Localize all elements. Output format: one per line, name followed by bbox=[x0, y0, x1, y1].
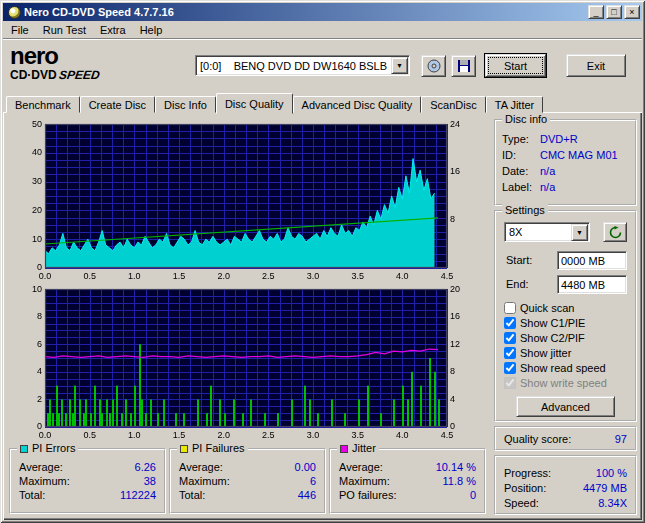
drive-select[interactable]: [0:0] BENQ DVD DD DW1640 BSLB ▼ bbox=[195, 55, 410, 76]
disc-icon bbox=[426, 58, 442, 74]
pi-errors-average-value: 6.26 bbox=[135, 461, 156, 473]
stat-row: Maximum: 6 bbox=[179, 474, 316, 488]
settings-group: Settings 8X ▼ Start: End: Quick scan Sho… bbox=[494, 210, 637, 422]
disc-label-label: Label: bbox=[502, 181, 540, 193]
pi-failures-total-value: 446 bbox=[298, 489, 316, 501]
speed-value: 8.34X bbox=[598, 497, 627, 509]
progress-row: Progress: 100 % bbox=[504, 465, 627, 480]
dropdown-arrow-icon[interactable]: ▼ bbox=[571, 224, 588, 241]
po-failures-value: 0 bbox=[470, 489, 476, 501]
quality-score-value: 97 bbox=[615, 433, 627, 445]
stat-row: Average: 0.00 bbox=[179, 460, 316, 474]
show-c1-pie-label: Show C1/PIE bbox=[520, 317, 585, 329]
exit-button[interactable]: Exit bbox=[566, 54, 626, 77]
show-jitter-label: Show jitter bbox=[520, 347, 571, 359]
menu-extra[interactable]: Extra bbox=[93, 22, 133, 38]
stat-row: Average: 10.14 % bbox=[339, 460, 476, 474]
jitter-maximum-label: Maximum: bbox=[339, 475, 390, 487]
jitter-rows: Average: 10.14 % Maximum: 11.8 % PO fail… bbox=[331, 450, 484, 502]
tab-benchmark[interactable]: Benchmark bbox=[6, 96, 80, 113]
app-icon bbox=[8, 6, 21, 19]
disc-label-row: Label: n/a bbox=[502, 179, 629, 195]
scan-speed-select[interactable]: 8X ▼ bbox=[504, 222, 590, 242]
speed-row: Speed: 8.34X bbox=[504, 495, 627, 510]
save-button[interactable] bbox=[451, 55, 476, 77]
end-position-field[interactable] bbox=[557, 275, 627, 294]
tab-create-disc[interactable]: Create Disc bbox=[80, 96, 155, 113]
app-window: Nero CD-DVD Speed 4.7.7.16 _ □ × File Ru… bbox=[0, 0, 645, 523]
disc-label-value: n/a bbox=[540, 181, 555, 193]
pi-errors-legend-icon bbox=[20, 445, 28, 453]
show-write-speed-checkbox bbox=[504, 377, 516, 389]
logo-cddvd: CD·DVD bbox=[10, 68, 57, 82]
start-button[interactable]: Start bbox=[485, 54, 546, 77]
disc-tool-button[interactable] bbox=[421, 55, 446, 77]
show-jitter-option[interactable]: Show jitter bbox=[504, 345, 633, 360]
show-jitter-checkbox[interactable] bbox=[504, 347, 516, 359]
progress-label: Progress: bbox=[504, 467, 551, 479]
pi-errors-title-text: PI Errors bbox=[32, 442, 75, 454]
logo-speed: SPEED bbox=[58, 69, 100, 81]
show-read-speed-checkbox[interactable] bbox=[504, 362, 516, 374]
pi-failures-legend-icon bbox=[180, 445, 188, 453]
tab-advanced-disc-quality[interactable]: Advanced Disc Quality bbox=[293, 96, 422, 113]
quick-scan-checkbox[interactable] bbox=[504, 302, 516, 314]
show-write-speed-label: Show write speed bbox=[520, 377, 607, 389]
arrow-glyph: ▼ bbox=[576, 229, 583, 236]
floppy-icon bbox=[456, 58, 472, 74]
jitter-maximum-value: 11.8 % bbox=[443, 475, 476, 487]
position-label: Position: bbox=[504, 482, 546, 494]
quick-scan-option[interactable]: Quick scan bbox=[504, 300, 633, 315]
scan-speed-value: 8X bbox=[505, 226, 571, 238]
tab-disc-quality[interactable]: Disc Quality bbox=[216, 93, 293, 114]
pi-errors-average-label: Average: bbox=[19, 461, 63, 473]
show-c2-pif-option[interactable]: Show C2/PIF bbox=[504, 330, 633, 345]
pi-failures-rows: Average: 0.00 Maximum: 6 Total: 446 bbox=[171, 450, 324, 502]
tab-disc-info[interactable]: Disc Info bbox=[155, 96, 216, 113]
pi-errors-maximum-label: Maximum: bbox=[19, 475, 70, 487]
pi-failures-total-label: Total: bbox=[179, 489, 205, 501]
jitter-pif-chart bbox=[10, 284, 472, 441]
tab-ta-jitter[interactable]: TA Jitter bbox=[486, 96, 544, 113]
nero-logo: nero CD·DVDSPEED bbox=[10, 44, 160, 81]
disc-date-value: n/a bbox=[540, 165, 555, 177]
show-c1-pie-option[interactable]: Show C1/PIE bbox=[504, 315, 633, 330]
menu-run-test[interactable]: Run Test bbox=[36, 22, 93, 38]
close-button[interactable]: × bbox=[624, 5, 640, 19]
start-position-field[interactable] bbox=[557, 251, 627, 270]
tab-scandisc[interactable]: ScanDisc bbox=[421, 96, 485, 113]
pi-errors-rows: Average: 6.26 Maximum: 38 Total: 112224 bbox=[11, 450, 164, 502]
quick-scan-label: Quick scan bbox=[520, 302, 574, 314]
cddvd-speed-logo-text: CD·DVDSPEED bbox=[10, 69, 160, 81]
arrow-glyph: ▼ bbox=[396, 62, 403, 69]
refresh-button[interactable] bbox=[603, 222, 627, 242]
position-row: Position: 4479 MB bbox=[504, 480, 627, 495]
pi-failures-stats-title: PI Failures bbox=[177, 442, 248, 454]
minimize-button[interactable]: _ bbox=[588, 5, 604, 19]
pi-failures-title-text: PI Failures bbox=[192, 442, 245, 454]
show-read-speed-option[interactable]: Show read speed bbox=[504, 360, 633, 375]
pi-failures-maximum-value: 6 bbox=[310, 475, 316, 487]
disc-date-label: Date: bbox=[502, 165, 540, 177]
quality-score-label: Quality score: bbox=[504, 433, 571, 445]
menu-file[interactable]: File bbox=[4, 22, 36, 38]
menu-help[interactable]: Help bbox=[133, 22, 170, 38]
stat-row: Total: 446 bbox=[179, 488, 316, 502]
menu-divider bbox=[3, 38, 642, 40]
pi-errors-total-label: Total: bbox=[19, 489, 45, 501]
settings-checkboxes: Quick scan Show C1/PIE Show C2/PIF Show … bbox=[504, 300, 633, 390]
show-c2-pif-checkbox[interactable] bbox=[504, 332, 516, 344]
maximize-button[interactable]: □ bbox=[606, 5, 622, 19]
show-c1-pie-checkbox[interactable] bbox=[504, 317, 516, 329]
pi-errors-stats-title: PI Errors bbox=[17, 442, 78, 454]
jitter-stats-group: Jitter Average: 10.14 % Maximum: 11.8 % … bbox=[329, 448, 486, 514]
advanced-button[interactable]: Advanced bbox=[516, 396, 615, 417]
nero-logo-text: nero bbox=[10, 44, 160, 68]
quality-score-group: Quality score: 97 bbox=[494, 426, 637, 451]
disc-id-row: ID: CMC MAG M01 bbox=[502, 147, 629, 163]
pi-failures-maximum-label: Maximum: bbox=[179, 475, 230, 487]
position-value: 4479 MB bbox=[583, 482, 627, 494]
dropdown-arrow-icon[interactable]: ▼ bbox=[391, 57, 408, 74]
po-failures-label: PO failures: bbox=[339, 489, 396, 501]
speed-label: Speed: bbox=[504, 497, 539, 509]
